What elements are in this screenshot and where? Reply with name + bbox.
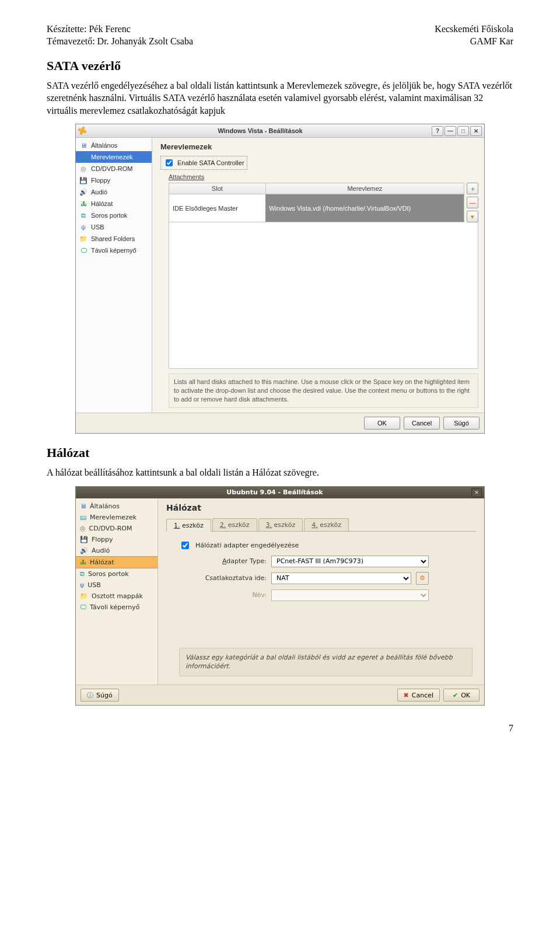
- sidebar-item-audi-[interactable]: 🔊Audió: [76, 545, 158, 556]
- sidebar-item-shared-folders[interactable]: 📁Shared Folders: [76, 233, 152, 245]
- enable-sata-label: Enable SATA Controller: [177, 159, 244, 166]
- sidebar-item-h-l-zat[interactable]: 🖧Hálózat: [76, 556, 158, 568]
- hdd-icon: 🖴: [80, 514, 86, 521]
- help-button[interactable]: Súgó: [443, 417, 480, 430]
- sidebar-item-t-voli-k-perny-[interactable]: 🖵Távoli képernyő: [76, 602, 158, 613]
- ok-button[interactable]: OK: [364, 417, 400, 430]
- add-attachment-button[interactable]: ＋: [467, 183, 478, 194]
- name-select: [271, 589, 429, 601]
- info-icon: ⓘ: [87, 691, 93, 700]
- ok-icon: ✔: [453, 692, 458, 699]
- machine-icon: 🖥: [80, 502, 86, 510]
- enable-sata-row[interactable]: Enable SATA Controller: [160, 156, 247, 170]
- select-disk-button[interactable]: ▾: [467, 211, 478, 222]
- column-slot[interactable]: Slot: [169, 183, 266, 194]
- sidebar-item-label: USB: [91, 224, 104, 231]
- tab-adapter-1[interactable]: 1. eszköz: [166, 519, 211, 532]
- serial-icon: ⧉: [79, 211, 88, 219]
- folder-icon: 📁: [80, 592, 88, 600]
- settings-sidebar: 🖥Általános🖴Merevlemezek◎CD/DVD-ROM💾Flopp…: [76, 498, 158, 685]
- section-paragraph-sata: SATA vezérlő engedélyezéséhez a bal olda…: [47, 79, 513, 117]
- cancel-button[interactable]: Cancel: [404, 417, 440, 430]
- column-disk[interactable]: Merevlemez: [265, 183, 464, 194]
- remote-icon: 🖵: [79, 246, 88, 254]
- window-title: Windows Vista - Beállítások: [89, 127, 432, 134]
- window-maximize-button[interactable]: □: [457, 126, 469, 136]
- tab-adapter-2[interactable]: 2. eszköz: [212, 518, 257, 531]
- sidebar-item-floppy[interactable]: 💾Floppy: [76, 534, 158, 545]
- network-icon: 🖧: [80, 559, 86, 566]
- sidebar-item-merevlemezek[interactable]: 🖴Merevlemezek: [76, 151, 152, 163]
- sidebar-item-h-l-zat[interactable]: 🖧Hálózat: [76, 198, 152, 210]
- sidebar-item-usb[interactable]: ψUSB: [76, 221, 152, 233]
- sidebar-item-label: Audió: [92, 547, 110, 554]
- sidebar-item-soros-portok[interactable]: ⧉Soros portok: [76, 210, 152, 221]
- cell-slot[interactable]: IDE Elsődleges Master: [169, 194, 266, 222]
- sidebar-item-label: Soros portok: [91, 212, 127, 219]
- sidebar-item-cd-dvd-rom[interactable]: ◎CD/DVD-ROM: [76, 523, 158, 534]
- supervisor-line: Témavezető: Dr. Johanyák Zsolt Csaba: [47, 36, 193, 48]
- sidebar-item-audi-[interactable]: 🔊Audió: [76, 186, 152, 198]
- sidebar-item-label: Audió: [91, 189, 107, 196]
- cell-disk[interactable]: Windows Vista.vdi (/home/charlie/.Virtua…: [265, 194, 464, 222]
- sidebar-item-merevlemezek[interactable]: 🖴Merevlemezek: [76, 512, 158, 523]
- sidebar-item-label: Shared Folders: [91, 235, 135, 242]
- sidebar-item-label: Osztott mappák: [92, 592, 143, 600]
- help-button-label: Súgó: [96, 692, 113, 699]
- folder-icon: 📁: [79, 235, 88, 243]
- sidebar-item-label: Merevlemezek: [90, 514, 136, 521]
- window-title: Ububntu 9.04 - Beállítások: [78, 488, 471, 496]
- titlebar[interactable]: Windows Vista - Beállítások ? — □ ✕: [76, 124, 484, 138]
- titlebar[interactable]: Ububntu 9.04 - Beállítások ✕: [76, 487, 484, 498]
- window-close-button[interactable]: ✕: [471, 488, 482, 497]
- cancel-button[interactable]: ✖ Cancel: [397, 689, 440, 701]
- sidebar-item-floppy[interactable]: 💾Floppy: [76, 174, 152, 186]
- name-label: Név:: [179, 591, 267, 599]
- sidebar-item-t-voli-k-perny-[interactable]: 🖵Távoli képernyő: [76, 245, 152, 256]
- ok-button[interactable]: ✔ OK: [443, 689, 480, 701]
- section-paragraph-network: A hálózat beállításához kattintsunk a ba…: [47, 466, 513, 479]
- remove-attachment-button[interactable]: —: [467, 197, 478, 208]
- attached-to-select[interactable]: NAT: [271, 573, 411, 584]
- sidebar-item--ltal-nos[interactable]: 🖥Általános: [76, 139, 152, 151]
- audio-icon: 🔊: [79, 188, 88, 196]
- ok-button-label: OK: [461, 692, 470, 699]
- sidebar-item-soros-portok[interactable]: ⧉Soros portok: [76, 568, 158, 580]
- sidebar-item-label: Távoli képernyő: [90, 603, 140, 611]
- adapter-type-label: Adapter Type:: [179, 557, 267, 565]
- sidebar-item-usb[interactable]: ψUSB: [76, 580, 158, 591]
- network-settings-icon-button[interactable]: ⚙: [416, 572, 429, 585]
- sidebar-item-cd-dvd-rom[interactable]: ◎CD/DVD-ROM: [76, 163, 152, 174]
- help-button[interactable]: ⓘ Súgó: [80, 689, 119, 701]
- section-title-sata: SATA vezérlő: [47, 58, 513, 74]
- sidebar-item-label: Floppy: [92, 536, 113, 543]
- hdd-icon: 🖴: [79, 153, 88, 161]
- attachments-label: Attachments: [169, 173, 478, 180]
- institution-line: Kecskeméti Főiskola: [435, 23, 513, 36]
- sidebar-item-label: Távoli képernyő: [91, 247, 136, 254]
- help-hint: Válassz egy kategóriát a bal oldali list…: [179, 648, 473, 677]
- table-row[interactable]: IDE Elsődleges Master Windows Vista.vdi …: [169, 194, 464, 222]
- enable-adapter-checkbox[interactable]: [181, 542, 189, 549]
- gear-icon: [78, 127, 86, 135]
- window-minimize-button[interactable]: —: [444, 126, 456, 136]
- window-close-button[interactable]: ✕: [470, 126, 482, 136]
- tab-adapter-4[interactable]: 4. eszköz: [304, 518, 349, 531]
- attachments-table[interactable]: Slot Merevlemez IDE Elsődleges Master Wi…: [169, 183, 464, 222]
- sidebar-item-label: CD/DVD-ROM: [89, 525, 132, 532]
- tab-adapter-3[interactable]: 3. eszköz: [258, 518, 303, 531]
- adapter-type-select[interactable]: PCnet-FAST III (Am79C973): [271, 556, 429, 567]
- sidebar-item-label: USB: [88, 581, 101, 589]
- page-number: 7: [47, 723, 513, 734]
- attached-to-label: Csatlakoztatva ide:: [179, 574, 267, 582]
- sidebar-item-label: Floppy: [91, 177, 110, 184]
- sidebar-item-label: Általános: [91, 142, 117, 149]
- usb-icon: ψ: [79, 223, 88, 231]
- sidebar-item--ltal-nos[interactable]: 🖥Általános: [76, 501, 158, 512]
- document-header: Készítette: Pék Ferenc Témavezető: Dr. J…: [47, 23, 513, 48]
- sidebar-item-osztott-mapp-k[interactable]: 📁Osztott mappák: [76, 591, 158, 602]
- attachments-empty-area[interactable]: [169, 222, 478, 369]
- window-help-button[interactable]: ?: [432, 126, 443, 136]
- enable-sata-checkbox[interactable]: [166, 159, 173, 166]
- section-title-network: Hálózat: [47, 445, 513, 460]
